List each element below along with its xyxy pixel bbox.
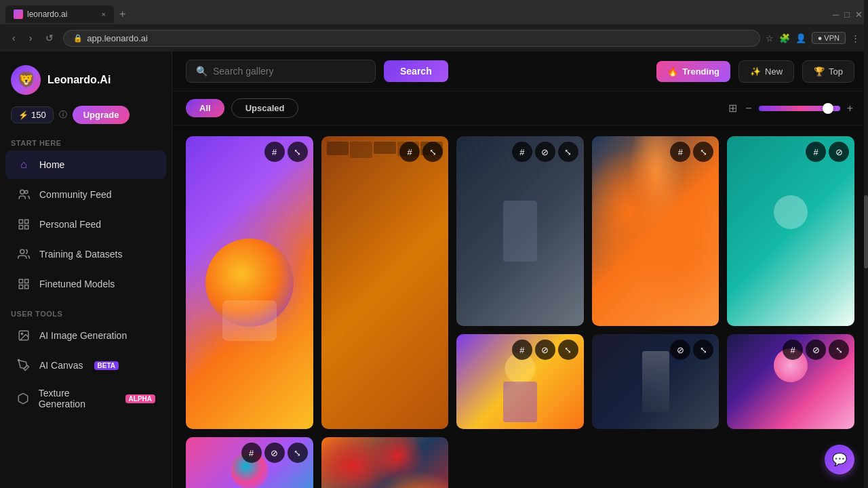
item-8-slash-btn[interactable]: ⊘: [806, 340, 826, 360]
item-5-slash-btn[interactable]: ⊘: [829, 142, 849, 162]
item-8-magic-btn[interactable]: #: [783, 340, 803, 360]
community-icon: [16, 187, 31, 202]
item-7-expand-btn[interactable]: ⤡: [693, 340, 713, 360]
item-6-magic-btn[interactable]: #: [512, 340, 532, 360]
training-icon: [16, 247, 31, 262]
logo-text: Leonardo.Ai: [47, 74, 111, 86]
sidebar-item-ai-canvas[interactable]: AI Canvas BETA: [5, 351, 166, 380]
item-2-expand-btn[interactable]: ⤡: [422, 142, 443, 162]
grid-view-icon[interactable]: ⊞: [727, 100, 738, 116]
item-4-expand-btn[interactable]: ⤡: [693, 142, 713, 162]
sidebar-item-community-feed[interactable]: Community Feed: [5, 180, 166, 209]
gallery-item-2[interactable]: # ⤡: [321, 136, 449, 429]
scrollbar-thumb[interactable]: [864, 195, 868, 268]
item-2-magic-btn[interactable]: #: [399, 142, 420, 162]
window-close[interactable]: ✕: [855, 9, 863, 20]
back-button[interactable]: ‹: [8, 31, 20, 45]
item-9-expand-btn[interactable]: ⤡: [288, 443, 308, 463]
address-bar[interactable]: 🔒 app.leonardo.ai: [63, 30, 760, 47]
item-5-overlay: # ⊘: [806, 142, 849, 162]
sidebar-item-finetuned[interactable]: Finetuned Models: [5, 270, 166, 298]
vpn-badge: ● VPN: [812, 32, 846, 44]
svg-rect-10: [25, 285, 28, 289]
star-icon[interactable]: ☆: [766, 33, 774, 43]
reload-button[interactable]: ↺: [41, 31, 58, 45]
item-9-magic-btn[interactable]: #: [241, 443, 262, 463]
item-2-overlay: # ⤡: [399, 142, 443, 162]
item-8-expand-btn[interactable]: ⤡: [829, 340, 849, 360]
item-6-slash-btn[interactable]: ⊘: [535, 340, 555, 360]
gallery-grid: # ⤡: [186, 136, 854, 488]
search-input[interactable]: [213, 66, 366, 77]
svg-rect-4: [19, 226, 22, 229]
top-button[interactable]: 🏆 Top: [802, 60, 854, 83]
window-maximize[interactable]: □: [844, 9, 850, 20]
scrollbar-track[interactable]: [864, 52, 868, 488]
search-box[interactable]: 🔍: [186, 60, 376, 83]
item-6-expand-btn[interactable]: ⤡: [558, 340, 578, 360]
active-tab[interactable]: leonardo.ai ×: [5, 5, 114, 23]
item-3-magic-btn[interactable]: #: [512, 142, 532, 162]
item-5-magic-btn[interactable]: #: [806, 142, 826, 162]
item-1-expand-btn[interactable]: ⤡: [288, 142, 308, 162]
upscaled-filter-button[interactable]: Upscaled: [231, 98, 299, 118]
tab-bar: leonardo.ai × + ─ □ ✕: [0, 0, 868, 24]
info-icon[interactable]: ⓘ: [59, 109, 67, 121]
new-button[interactable]: ✨ New: [738, 60, 794, 83]
url-text: app.leonardo.ai: [87, 33, 148, 43]
nav-actions: ☆ 🧩 👤 ● VPN ⋮: [766, 32, 860, 44]
tab-close-button[interactable]: ×: [102, 10, 106, 18]
svg-rect-9: [19, 285, 22, 289]
sidebar-item-training[interactable]: Training & Datasets: [5, 240, 166, 268]
gallery: # ⤡: [172, 125, 868, 488]
gallery-item-10[interactable]: [321, 437, 449, 488]
gallery-item-4[interactable]: # ⤡: [592, 136, 719, 326]
sidebar-item-personal-feed[interactable]: Personal Feed: [5, 210, 166, 239]
item-4-magic-btn[interactable]: #: [670, 142, 690, 162]
gallery-item-9[interactable]: # ⊘ ⤡: [186, 437, 313, 488]
gallery-item-6[interactable]: # ⊘ ⤡: [456, 334, 584, 429]
texture-icon: [16, 391, 31, 406]
sidebar-item-ai-image[interactable]: AI Image Generation: [5, 321, 166, 350]
gallery-item-7[interactable]: ⊘ ⤡: [592, 334, 719, 429]
sidebar-item-home[interactable]: ⌂ Home: [5, 150, 166, 179]
grid-minus-icon[interactable]: −: [744, 101, 753, 116]
gallery-item-1[interactable]: # ⤡: [186, 136, 313, 429]
menu-icon[interactable]: ⋮: [851, 33, 860, 43]
ai-image-icon: [16, 328, 31, 343]
upgrade-button[interactable]: Upgrade: [73, 106, 130, 124]
gallery-item-3[interactable]: # ⊘ ⤡: [456, 136, 584, 326]
gallery-item-8[interactable]: # ⊘ ⤡: [727, 334, 854, 429]
extensions-icon[interactable]: 🧩: [779, 33, 790, 43]
chat-bubble-button[interactable]: 💬: [825, 445, 854, 474]
filter-row: All Upscaled ⊞ − +: [172, 92, 868, 125]
profile-icon[interactable]: 👤: [795, 33, 806, 43]
sidebar-item-texture[interactable]: Texture Generation ALPHA: [5, 381, 166, 416]
all-filter-button[interactable]: All: [186, 99, 224, 117]
gallery-item-5[interactable]: # ⊘: [727, 136, 854, 326]
item-7-slash-btn[interactable]: ⊘: [670, 340, 690, 360]
finetuned-icon: [16, 277, 31, 291]
token-number: 150: [31, 110, 46, 120]
item-3-overlay: # ⊘ ⤡: [512, 142, 578, 162]
trending-button[interactable]: 🔥 Trending: [656, 61, 730, 82]
new-tab-button[interactable]: +: [114, 8, 131, 20]
app-layout: 🦁 Leonardo.Ai ⚡ 150 ⓘ Upgrade Start Here…: [0, 52, 868, 488]
token-count: ⚡ 150: [11, 106, 54, 123]
top-bar: 🔍 Search 🔥 Trending ✨ New 🏆 Top: [172, 52, 868, 92]
logo-area: 🦁 Leonardo.Ai: [0, 60, 172, 106]
window-minimize[interactable]: ─: [833, 9, 839, 20]
item-9-slash-btn[interactable]: ⊘: [264, 443, 285, 463]
fire-icon: 🔥: [667, 66, 678, 77]
grid-plus-icon[interactable]: +: [846, 101, 854, 116]
item-3-expand-btn[interactable]: ⤡: [558, 142, 578, 162]
forward-button[interactable]: ›: [25, 31, 37, 45]
svg-rect-2: [19, 220, 22, 223]
item-8-overlay: # ⊘ ⤡: [783, 340, 849, 360]
item-3-slash-btn[interactable]: ⊘: [535, 142, 555, 162]
sidebar-item-personal-label: Personal Feed: [39, 219, 101, 230]
item-1-magic-btn[interactable]: #: [264, 142, 285, 162]
search-button[interactable]: Search: [384, 60, 448, 82]
grid-slider[interactable]: [759, 106, 840, 111]
trophy-icon: 🏆: [814, 66, 825, 77]
